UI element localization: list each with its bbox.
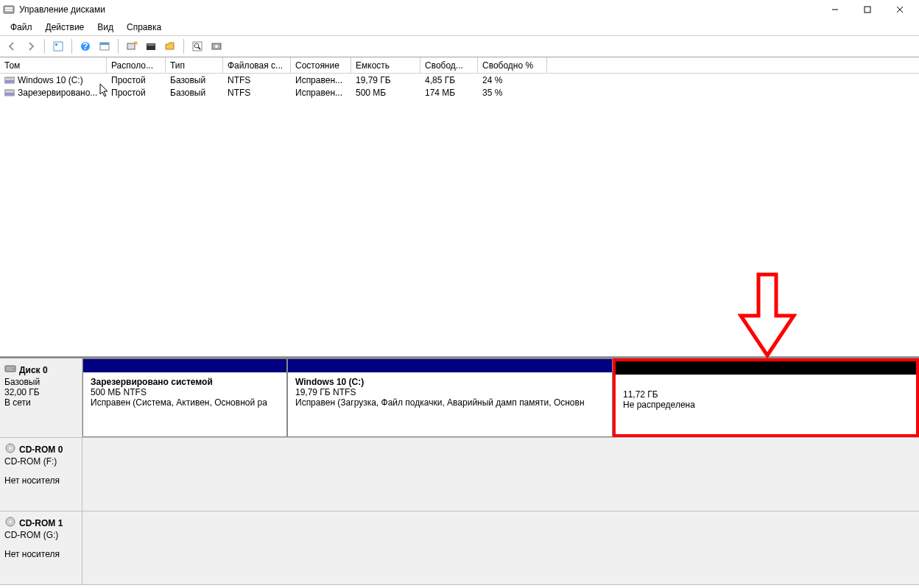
svg-rect-4 [865, 7, 870, 13]
svg-rect-16 [147, 44, 155, 46]
svg-rect-13 [127, 43, 135, 49]
partition-stripe [288, 359, 612, 372]
volume-row[interactable]: Windows 10 (C:) Простой Базовый NTFS Исп… [0, 74, 919, 86]
disk-header[interactable]: CD-ROM 1 CD-ROM (G:) Нет носителя [0, 511, 82, 584]
volume-row[interactable]: Зарезервировано... Простой Базовый NTFS … [0, 86, 919, 99]
menu-view[interactable]: Вид [91, 21, 119, 34]
disk-status: Нет носителя [4, 475, 77, 486]
titlebar: Управление дисками [0, 0, 919, 19]
svg-rect-7 [54, 42, 63, 51]
partition-size: 19,79 ГБ NTFS [295, 387, 605, 397]
volume-layout: Простой [107, 88, 166, 98]
volume-list: Том Располо... Тип Файловая с... Состоян… [0, 57, 919, 357]
toolbar: ? [0, 35, 919, 57]
disk-type: Базовый [4, 377, 77, 387]
svg-text:?: ? [82, 41, 88, 52]
settings-button[interactable] [208, 38, 225, 55]
svg-rect-23 [5, 80, 14, 82]
disk-drive: CD-ROM (G:) [4, 530, 77, 540]
partition-status: Не распределена [623, 400, 909, 410]
partition-name: Зарезервировано системой [91, 377, 279, 387]
disk-name: Диск 0 [19, 365, 48, 375]
col-layout[interactable]: Располо... [107, 57, 166, 73]
svg-point-14 [135, 43, 136, 44]
menu-file[interactable]: Файл [4, 21, 38, 34]
svg-rect-2 [5, 10, 13, 11]
cd-icon [4, 442, 16, 456]
disk-row: CD-ROM 1 CD-ROM (G:) Нет носителя [0, 511, 919, 585]
partition-size: 11,72 ГБ [623, 389, 909, 400]
menu-help[interactable]: Справка [121, 21, 167, 34]
partition-size: 500 МБ NTFS [91, 387, 279, 397]
volume-fs: NTFS [223, 88, 291, 98]
col-type[interactable]: Тип [166, 57, 223, 73]
partition-stripe [616, 361, 916, 375]
app-icon [3, 4, 15, 15]
partition-name: Windows 10 (C:) [295, 377, 605, 387]
svg-rect-8 [55, 43, 57, 46]
maximize-button[interactable] [851, 0, 884, 19]
partition-unallocated[interactable]: 11,72 ГБ Не распределена [613, 358, 919, 437]
col-capacity[interactable]: Емкость [351, 57, 420, 73]
properties-button[interactable] [142, 38, 160, 55]
disk-icon [4, 363, 16, 377]
rescan-button[interactable] [189, 38, 206, 55]
drive-icon [4, 76, 15, 85]
disk-partitions [82, 438, 919, 511]
disk-header[interactable]: Диск 0 Базовый 32,00 ГБ В сети [0, 358, 82, 437]
volume-capacity: 500 МБ [351, 88, 420, 98]
volume-freepct: 35 % [478, 88, 547, 98]
toolbar-separator [183, 39, 184, 54]
svg-rect-1 [5, 7, 13, 9]
window-title: Управление дисками [19, 4, 105, 15]
back-button[interactable] [3, 38, 21, 55]
minimize-button[interactable] [819, 0, 851, 19]
col-status[interactable]: Состояние [291, 57, 351, 73]
disk-status: В сети [4, 397, 77, 408]
volume-capacity: 19,79 ГБ [351, 75, 420, 85]
col-free[interactable]: Свобод... [420, 57, 478, 73]
volume-type: Базовый [166, 75, 223, 85]
svg-rect-12 [100, 43, 109, 45]
toolbar-separator [44, 39, 45, 54]
volume-status: Исправен... [291, 75, 351, 85]
disk-status: Нет носителя [4, 549, 77, 559]
help-button[interactable]: ? [77, 38, 94, 55]
col-freepct[interactable]: Свободно % [478, 57, 547, 73]
volume-rows: Windows 10 (C:) Простой Базовый NTFS Исп… [0, 74, 919, 356]
volume-fs: NTFS [223, 75, 291, 85]
col-volume[interactable]: Том [0, 57, 107, 73]
disk-partitions: Зарезервировано системой 500 МБ NTFS Исп… [82, 358, 919, 437]
partition-status: Исправен (Загрузка, Файл подкачки, Авари… [295, 397, 605, 408]
volume-layout: Простой [107, 75, 166, 85]
volume-free: 4,85 ГБ [420, 75, 478, 85]
disk-partitions [82, 511, 919, 584]
volume-name: Зарезервировано... [18, 88, 97, 98]
close-button[interactable] [884, 0, 916, 19]
disk-row: CD-ROM 0 CD-ROM (F:) Нет носителя [0, 438, 919, 511]
toolbar-separator [71, 39, 72, 54]
cd-icon [4, 516, 16, 530]
disk-row: Диск 0 Базовый 32,00 ГБ В сети Зарезерви… [0, 358, 919, 438]
disk-drive: CD-ROM (F:) [4, 456, 77, 467]
new-volume-button[interactable] [123, 38, 141, 55]
drive-icon [4, 88, 15, 97]
refresh-button[interactable] [49, 38, 67, 55]
menu-action[interactable]: Действие [40, 21, 91, 34]
disk-map: Диск 0 Базовый 32,00 ГБ В сети Зарезерви… [0, 357, 919, 585]
svg-point-29 [10, 447, 12, 450]
action-button[interactable] [96, 38, 113, 55]
volume-free: 174 МБ [420, 88, 478, 98]
disk-header[interactable]: CD-ROM 0 CD-ROM (F:) Нет носителя [0, 438, 82, 511]
disk-name: CD-ROM 0 [19, 444, 63, 455]
col-fs[interactable]: Файловая с... [223, 57, 291, 73]
volume-type: Базовый [166, 88, 223, 98]
forward-button[interactable] [22, 38, 40, 55]
open-button[interactable] [161, 38, 179, 55]
svg-point-31 [10, 521, 12, 523]
partition-system-reserved[interactable]: Зарезервировано системой 500 МБ NTFS Исп… [82, 358, 287, 437]
menubar: Файл Действие Вид Справка [0, 19, 919, 35]
svg-point-27 [13, 368, 14, 369]
disk-size: 32,00 ГБ [4, 387, 77, 397]
partition-windows[interactable]: Windows 10 (C:) 19,79 ГБ NTFS Исправен (… [287, 358, 613, 437]
